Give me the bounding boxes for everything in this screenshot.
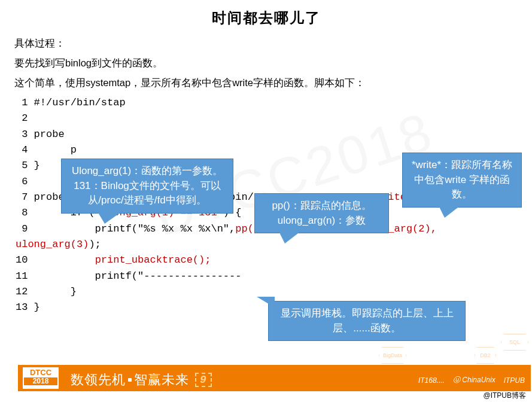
code-line: 11 printf("----------------: [16, 270, 241, 282]
code-line: print_ubacktrace();: [95, 254, 211, 266]
hex-deco: SQL: [501, 334, 528, 351]
code-line: 2: [16, 112, 28, 124]
badge-top: DTCC: [30, 368, 51, 377]
edition-number: 9: [195, 373, 212, 387]
footer-handle: @ITPUB博客: [483, 391, 526, 401]
callout-ulong-arg: Ulong_arg(1)：函数的第一参数。131：Binlog文件的文件号。可以…: [61, 159, 233, 214]
paragraph: 具体过程：: [14, 34, 518, 53]
code-line: 12 }: [16, 286, 77, 297]
footer-sponsors: IT168.... ⓤ ChinaUnix ITPUB: [418, 375, 525, 385]
paragraph: 要先找到写binlog到文件的函数。: [14, 53, 518, 73]
code-line: ulong_arg(3): [16, 239, 89, 250]
slide-title: 时间都去哪儿了: [0, 0, 532, 34]
footer-slogan: 数领先机 智赢未来 9: [71, 371, 212, 389]
callout-pp: pp()：跟踪点的信息。ulong_arg(n)：参数: [254, 193, 389, 233]
callout-write: *write*：跟踪所有名称中包含write 字样的函数。: [402, 153, 522, 208]
code-line: );: [89, 239, 101, 250]
slide: 时间都去哪儿了 具体过程： 要先找到写binlog到文件的函数。 这个简单，使用…: [0, 0, 532, 402]
code-line: 4 p: [16, 144, 77, 156]
code-line: 13 }: [16, 302, 40, 313]
sponsor-itpub: ITPUB: [504, 376, 525, 385]
dtcc-badge: DTCC 2018: [23, 367, 59, 389]
code-line: 5 }: [16, 160, 40, 171]
slogan-part-a: 数领先机: [71, 371, 126, 389]
code-line: 6: [16, 176, 28, 187]
sponsor-it168: IT168....: [418, 376, 445, 385]
code-line: 3 probe: [16, 129, 71, 140]
sponsor-chinaunix: ⓤ ChinaUnix: [453, 375, 495, 385]
footer-bar: DTCC 2018 数领先机 智赢未来 9 IT168.... ⓤ ChinaU…: [0, 358, 532, 402]
code-line: 1 #!/usr/bin/stap: [16, 97, 126, 108]
callout-backtrace: 显示调用堆栈。即跟踪点的上层、上上层、......函数。: [268, 301, 466, 341]
paragraph: 这个简单，使用systemtap，显示所有名称中包含write字样的函数。脚本如…: [14, 73, 518, 93]
code-line: 9 printf("%s %x %x %x\n",: [16, 223, 235, 234]
badge-year: 2018: [24, 377, 57, 385]
code-line: 10: [16, 254, 95, 266]
dot-icon: [128, 378, 132, 382]
slogan-part-b: 智赢未来: [134, 371, 189, 389]
